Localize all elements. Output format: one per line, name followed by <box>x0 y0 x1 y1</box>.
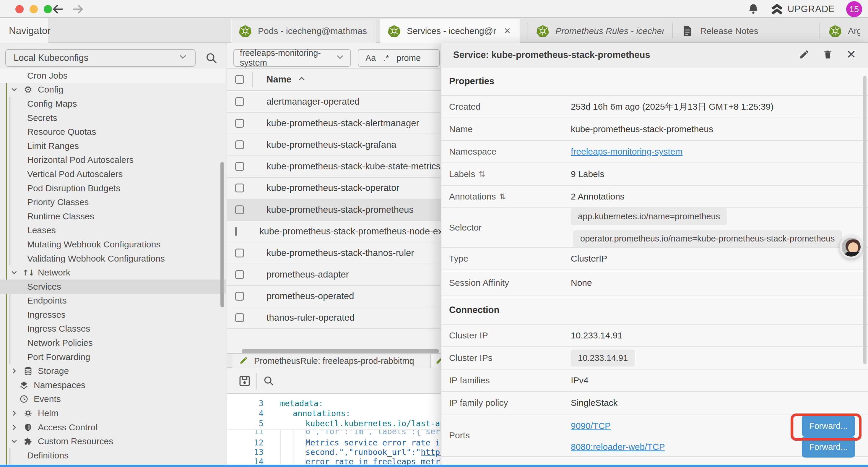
yaml-editor[interactable]: 3metadata:4annotations:5kubectl.kubernet… <box>227 394 441 465</box>
chevron-down-icon[interactable] <box>11 86 18 93</box>
namespace-link[interactable]: freeleaps-monitoring-system <box>571 147 682 157</box>
table-row-prometheus-adapter[interactable]: prometheus-adapter <box>227 264 441 286</box>
row-checkbox[interactable] <box>235 292 244 300</box>
row-checkbox[interactable] <box>235 270 244 279</box>
chevron-right-icon[interactable] <box>11 368 18 375</box>
sort-ascending-icon[interactable] <box>298 75 306 84</box>
row-checkbox[interactable] <box>235 249 244 258</box>
chevron-right-icon[interactable] <box>11 410 18 417</box>
row-checkbox[interactable] <box>235 227 237 236</box>
chevron-down-icon[interactable] <box>11 269 18 276</box>
sidebar-item-leases[interactable]: Leases <box>0 224 226 238</box>
sidebar-item-config-maps[interactable]: Config Maps <box>0 97 226 111</box>
zoom-window-button[interactable] <box>44 5 52 13</box>
sidebar-item-validating-webhook-configurations[interactable]: Validating Webhook Configurations <box>0 252 226 266</box>
port-link[interactable]: 9090/TCP <box>571 421 611 431</box>
table-row-prometheus-operated[interactable]: prometheus-operated <box>227 286 441 308</box>
sidebar-item-runtime-classes[interactable]: Runtime Classes <box>0 209 226 224</box>
row-checkbox[interactable] <box>235 183 244 193</box>
row-checkbox[interactable] <box>235 205 244 214</box>
table-row-kube-prometheus-stack-thanos-ruler[interactable]: kube-prometheus-stack-thanos-ruler <box>227 242 441 264</box>
tab-services-icecheng-math[interactable]: Services - icecheng@math...✕ <box>380 19 520 43</box>
close-window-button[interactable] <box>16 5 24 13</box>
table-row-kube-prometheus-stack-grafana[interactable]: kube-prometheus-stack-grafana <box>227 134 441 156</box>
tab-argo-se[interactable]: Argo Se <box>821 19 868 43</box>
sidebar-scrollbar[interactable] <box>220 162 224 308</box>
list-search-input[interactable]: Aa .* prome <box>358 49 440 67</box>
editor-tab-prometheusrule[interactable]: PrometheusRule: freeleaps-prod-rabbitmq <box>232 354 431 368</box>
table-row-thanos-ruler-operated[interactable]: thanos-ruler-operated <box>227 308 441 329</box>
detail-scrollbar[interactable] <box>863 76 867 364</box>
detail-label-text: Labels <box>449 169 475 179</box>
avatar[interactable] <box>840 236 863 259</box>
sidebar-item-pod-disruption-budgets[interactable]: Pod Disruption Budgets <box>0 181 226 195</box>
select-all-checkbox[interactable] <box>235 75 244 84</box>
sidebar-item-namespaces[interactable]: Namespaces <box>0 378 226 392</box>
row-checkbox[interactable] <box>235 313 244 322</box>
sidebar-item-events[interactable]: Events <box>0 392 226 406</box>
regex-toggle[interactable]: .* <box>383 53 389 63</box>
search-icon[interactable] <box>205 52 218 65</box>
sidebar-item-limit-ranges[interactable]: Limit Ranges <box>0 139 226 153</box>
notifications-bell-icon[interactable] <box>747 3 759 15</box>
table-row-kube-prometheus-stack-operator[interactable]: kube-prometheus-stack-operator <box>227 178 441 199</box>
table-row-kube-prometheus-stack-prometheus-node-ex[interactable]: kube-prometheus-stack-prometheus-node-ex… <box>227 221 441 242</box>
sidebar-item-ingress-classes[interactable]: Ingress Classes <box>0 322 226 336</box>
close-icon[interactable]: ✕ <box>846 49 856 61</box>
forward-icon[interactable] <box>71 2 85 16</box>
notification-count-badge[interactable]: 15 <box>846 1 862 17</box>
sidebar-item-cron-jobs[interactable]: Cron Jobs <box>0 68 226 83</box>
sidebar-item-custom-resources[interactable]: Custom Resources <box>0 434 226 448</box>
sidebar-item-services[interactable]: Services <box>0 280 226 294</box>
table-horizontal-scrollbar[interactable] <box>242 349 439 353</box>
kubeconfig-selector[interactable]: Local Kubeconfigs <box>5 49 195 67</box>
port-link[interactable]: 8080:reloader-web/TCP <box>571 442 665 452</box>
sidebar-item-horizontal-pod-autoscalers[interactable]: Horizontal Pod Autoscalers <box>0 153 226 167</box>
sort-updown-icon[interactable]: ⇅ <box>478 170 485 178</box>
back-icon[interactable] <box>52 2 65 16</box>
sidebar-item-network-policies[interactable]: Network Policies <box>0 336 226 350</box>
row-checkbox[interactable] <box>235 140 244 149</box>
table-row-kube-prometheus-stack-prometheus[interactable]: kube-prometheus-stack-prometheus <box>227 199 441 221</box>
sidebar-item-port-forwarding[interactable]: Port Forwarding <box>0 350 226 364</box>
editor-tab-partial[interactable] <box>431 354 441 368</box>
sidebar-item-storage[interactable]: Storage <box>0 364 226 378</box>
name-column-header[interactable]: Name <box>267 74 291 85</box>
table-row-alertmanager-operated[interactable]: alertmanager-operated <box>227 91 441 113</box>
minimize-window-button[interactable] <box>30 5 38 13</box>
chevron-down-icon[interactable] <box>11 438 18 445</box>
sidebar-item-network[interactable]: ↑↓Network <box>0 265 226 280</box>
row-checkbox[interactable] <box>235 97 244 106</box>
sidebar-item-definitions[interactable]: Definitions <box>0 448 226 463</box>
detail-label: Namespace <box>449 147 571 157</box>
code-line-13: 13second.","runbook_url":"https://net <box>227 447 441 457</box>
tab-pods-icecheng-mathmas[interactable]: Pods - icecheng@mathmas... <box>231 19 375 43</box>
table-row-kube-prometheus-stack-kube-state-metrics[interactable]: kube-prometheus-stack-kube-state-metrics <box>227 156 441 178</box>
sidebar-item-priority-classes[interactable]: Priority Classes <box>0 195 226 209</box>
edit-pencil-icon[interactable] <box>799 49 809 61</box>
sort-updown-icon[interactable]: ⇅ <box>499 192 506 201</box>
tab-release-notes[interactable]: Release Notes <box>674 19 818 43</box>
editor-search-icon[interactable] <box>263 375 275 387</box>
tab-prometheus-rules-icecheng[interactable]: Prometheus Rules - icecheng... <box>529 19 671 43</box>
chevron-right-icon[interactable] <box>11 424 18 431</box>
sidebar-item-resource-quotas[interactable]: Resource Quotas <box>0 125 226 139</box>
sidebar-item-label: Vertical Pod Autoscalers <box>27 169 123 179</box>
upgrade-button[interactable]: UPGRADE <box>771 4 835 15</box>
row-checkbox[interactable] <box>235 119 244 128</box>
match-case-toggle[interactable]: Aa <box>366 53 376 63</box>
sidebar-item-endpoints[interactable]: Endpoints <box>0 294 226 308</box>
save-icon[interactable] <box>238 375 251 387</box>
delete-trash-icon[interactable] <box>823 49 833 61</box>
close-tab-icon[interactable]: ✕ <box>503 26 512 36</box>
row-checkbox[interactable] <box>235 162 244 171</box>
namespace-filter-select[interactable]: freeleaps-monitoring-system <box>234 49 351 67</box>
sidebar-item-config[interactable]: ⚙Config <box>0 83 226 97</box>
sidebar-item-access-control[interactable]: Access Control <box>0 420 226 435</box>
sidebar-item-vertical-pod-autoscalers[interactable]: Vertical Pod Autoscalers <box>0 167 226 181</box>
sidebar-item-helm[interactable]: Helm <box>0 406 226 420</box>
table-row-kube-prometheus-stack-alertmanager[interactable]: kube-prometheus-stack-alertmanager <box>227 113 441 134</box>
sidebar-item-ingresses[interactable]: Ingresses <box>0 308 226 322</box>
sidebar-item-secrets[interactable]: Secrets <box>0 111 226 125</box>
sidebar-item-mutating-webhook-configurations[interactable]: Mutating Webhook Configurations <box>0 237 226 252</box>
